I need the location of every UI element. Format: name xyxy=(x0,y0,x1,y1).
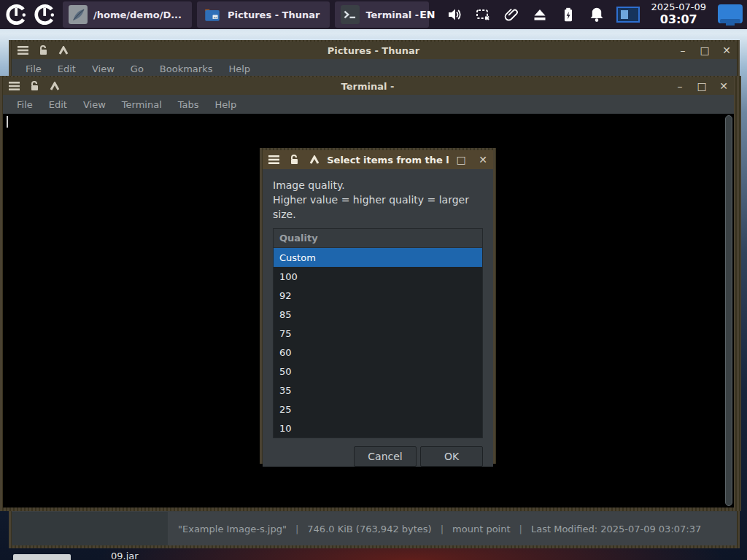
list-item-custom[interactable]: Custom xyxy=(274,248,482,267)
window-menu-icon[interactable] xyxy=(16,44,29,56)
taskbar-item-label: /home/demo/D... xyxy=(93,9,182,20)
menu-edit[interactable]: Edit xyxy=(41,99,75,110)
clock-time: 03:07 xyxy=(651,13,706,26)
list-item-100[interactable]: 100 xyxy=(274,267,482,286)
up-arrow-icon[interactable] xyxy=(308,154,321,166)
status-filesize: 746.0 KiB (763,942 bytes) xyxy=(307,524,431,534)
notifications-icon[interactable] xyxy=(588,6,605,23)
menu-help[interactable]: Help xyxy=(220,63,258,74)
cancel-button[interactable]: Cancel xyxy=(354,446,417,467)
dialog-message-line1: Image quality. xyxy=(273,178,483,192)
close-button[interactable]: ✕ xyxy=(721,45,732,55)
ok-button[interactable]: OK xyxy=(420,446,483,467)
up-arrow-icon[interactable] xyxy=(48,80,61,92)
desktop-icon[interactable] xyxy=(13,554,71,560)
menu-file[interactable]: File xyxy=(18,63,50,74)
panel-clock[interactable]: 2025-07-09 03:07 xyxy=(651,2,706,26)
attachment-icon[interactable] xyxy=(503,6,520,23)
desktop-icon-label[interactable]: 09.jar xyxy=(111,551,139,560)
menu-terminal[interactable]: Terminal xyxy=(114,99,170,110)
desktop: 09.jar Pictures - Thunar – □ ✕ xyxy=(0,0,747,560)
battery-icon[interactable] xyxy=(560,6,577,23)
terminal-menubar: File Edit View Terminal Tabs Help xyxy=(3,95,734,114)
app-logo-icon[interactable] xyxy=(4,2,28,27)
terminal-scrollbar[interactable] xyxy=(724,115,733,506)
dialog-title: Select items from the l xyxy=(327,155,449,166)
minimize-button[interactable]: – xyxy=(674,81,686,91)
taskbar-item-terminal[interactable]: Terminal - xyxy=(335,1,429,28)
menu-edit[interactable]: Edit xyxy=(50,63,84,74)
thunar-window-title: Pictures - Thunar xyxy=(76,45,671,56)
terminal-window-title: Terminal - xyxy=(67,81,668,92)
scrollbar-thumb[interactable] xyxy=(725,115,732,506)
clock-date: 2025-07-09 xyxy=(651,2,706,13)
thunar-sidebar[interactable] xyxy=(12,512,168,545)
list-item-60[interactable]: 60 xyxy=(274,343,482,362)
up-arrow-icon[interactable] xyxy=(57,44,70,56)
unlock-icon[interactable] xyxy=(36,44,50,56)
maximize-button[interactable]: □ xyxy=(699,45,711,55)
terminal-titlebar[interactable]: Terminal - – □ ✕ xyxy=(3,77,734,95)
window-menu-icon[interactable] xyxy=(267,154,280,166)
taskbar-item-label: Pictures - Thunar xyxy=(228,9,320,20)
menu-view[interactable]: View xyxy=(75,99,114,110)
maximize-button[interactable]: □ xyxy=(455,155,467,165)
image-file-icon xyxy=(69,5,88,24)
thunar-statusbar: "Example Image-s.jpg" | 746.0 KiB (763,9… xyxy=(168,512,737,545)
unlock-icon[interactable] xyxy=(287,154,301,166)
menu-tabs[interactable]: Tabs xyxy=(170,99,207,110)
dialog-titlebar[interactable]: Select items from the l □ ✕ xyxy=(263,150,493,169)
status-mountpoint: mount point xyxy=(452,524,510,534)
status-filename: "Example Image-s.jpg" xyxy=(178,524,287,534)
list-item-25[interactable]: 25 xyxy=(274,400,482,419)
thunar-titlebar[interactable]: Pictures - Thunar – □ ✕ xyxy=(12,42,737,59)
close-button[interactable]: ✕ xyxy=(477,155,489,165)
folder-pictures-icon xyxy=(203,5,222,24)
dialog-body: Image quality. Higher value = higher qua… xyxy=(263,169,493,467)
select-items-dialog: Select items from the l □ ✕ Image qualit… xyxy=(260,148,496,464)
menu-file[interactable]: File xyxy=(9,99,41,110)
minimize-button[interactable]: – xyxy=(677,45,689,55)
list-item-50[interactable]: 50 xyxy=(274,362,482,381)
system-tray: EN 2025-07-09 03:07 xyxy=(419,0,747,29)
list-item-10[interactable]: 10 xyxy=(274,419,482,438)
network-offline-icon[interactable] xyxy=(474,6,492,23)
list-item-75[interactable]: 75 xyxy=(274,324,482,343)
menu-view[interactable]: View xyxy=(84,63,123,74)
taskbar: /home/demo/D... Pictures - Thunar Termin… xyxy=(63,1,429,28)
maximize-button[interactable]: □ xyxy=(696,81,708,91)
top-panel: /home/demo/D... Pictures - Thunar Termin… xyxy=(0,0,747,29)
quality-list-header[interactable]: Quality xyxy=(274,229,482,248)
quality-list: Quality Custom 100 92 85 75 60 50 35 25 … xyxy=(273,228,483,438)
terminal-cursor xyxy=(7,116,8,128)
unlock-icon[interactable] xyxy=(28,80,41,92)
display-settings-icon[interactable] xyxy=(717,4,743,26)
volume-icon[interactable] xyxy=(446,6,463,23)
list-item-85[interactable]: 85 xyxy=(274,305,482,324)
eject-icon[interactable] xyxy=(531,6,549,23)
workspace-switcher[interactable] xyxy=(616,7,640,23)
taskbar-item-image[interactable]: /home/demo/D... xyxy=(63,1,192,28)
menu-help[interactable]: Help xyxy=(207,99,245,110)
status-modified: Last Modified: 2025-07-09 03:07:37 xyxy=(531,524,701,534)
list-item-92[interactable]: 92 xyxy=(274,286,482,305)
thunar-bottom: "Example Image-s.jpg" | 746.0 KiB (763,9… xyxy=(12,512,737,545)
terminal-icon xyxy=(341,5,360,24)
app-logo-icon[interactable] xyxy=(32,2,57,27)
menu-go[interactable]: Go xyxy=(123,63,152,74)
taskbar-item-thunar[interactable]: Pictures - Thunar xyxy=(197,1,330,28)
list-item-35[interactable]: 35 xyxy=(274,381,482,400)
close-button[interactable]: ✕ xyxy=(718,81,729,91)
dialog-message-line2: Higher value = higher quality = larger s… xyxy=(273,192,483,222)
keyboard-layout-indicator[interactable]: EN xyxy=(419,9,435,20)
window-menu-icon[interactable] xyxy=(7,80,20,92)
taskbar-item-label: Terminal - xyxy=(365,9,419,20)
menu-bookmarks[interactable]: Bookmarks xyxy=(152,63,221,74)
